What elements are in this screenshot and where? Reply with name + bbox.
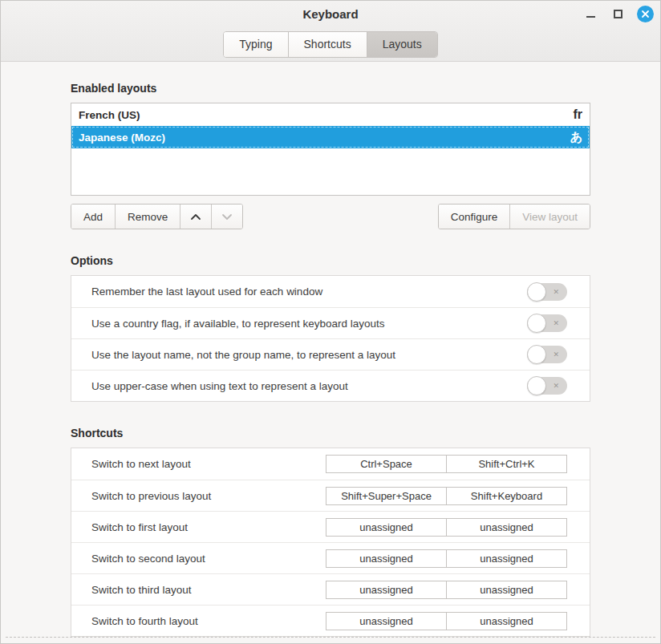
layout-row-japanese[interactable]: Japanese (Mozc) あ xyxy=(71,126,590,148)
keybinding-pair: unassigned unassigned xyxy=(326,518,567,537)
shortcuts-frame: Switch to next layout Ctrl+Space Shift+C… xyxy=(71,448,590,637)
layout-name: French (US) xyxy=(79,109,573,121)
toggle-layout-name[interactable]: ✕ xyxy=(527,346,567,363)
shortcut-label: Switch to first layout xyxy=(91,521,326,533)
keybinding-pair: Ctrl+Space Shift+Ctrl+K xyxy=(326,455,567,473)
tab-typing[interactable]: Typing xyxy=(224,32,287,57)
option-row-layout-name: Use the layout name, not the group name,… xyxy=(71,338,590,370)
layout-indicator-glyph: fr xyxy=(573,107,582,122)
configure-button[interactable]: Configure xyxy=(439,205,510,229)
toggle-country-flag[interactable]: ✕ xyxy=(527,314,567,332)
minimize-button[interactable] xyxy=(582,6,598,22)
chevron-down-icon xyxy=(221,213,233,221)
titlebar: Keyboard xyxy=(1,1,660,26)
option-label: Use the layout name, not the group name,… xyxy=(91,349,527,361)
header: Keyboard Typing Shortcuts Layouts xyxy=(1,1,660,62)
tab-layouts[interactable]: Layouts xyxy=(367,32,437,57)
tabs-row: Typing Shortcuts Layouts xyxy=(1,31,660,58)
tab-shortcuts[interactable]: Shortcuts xyxy=(288,32,367,57)
layout-indicator-glyph: あ xyxy=(570,130,582,145)
remove-button[interactable]: Remove xyxy=(115,205,180,229)
keybinding-button[interactable]: unassigned xyxy=(446,612,567,630)
toggle-knob xyxy=(527,314,546,333)
enabled-layouts-heading: Enabled layouts xyxy=(71,82,590,95)
keybinding-pair: unassigned unassigned xyxy=(326,612,567,630)
options-heading: Options xyxy=(71,254,590,267)
maximize-icon xyxy=(614,10,622,18)
window-title: Keyboard xyxy=(1,7,660,21)
add-button[interactable]: Add xyxy=(71,205,115,229)
option-label: Remember the last layout used for each w… xyxy=(91,286,527,298)
shortcut-row-third-layout: Switch to third layout unassigned unassi… xyxy=(71,573,590,605)
enabled-layouts-list: French (US) fr Japanese (Mozc) あ xyxy=(71,103,590,196)
keybinding-button[interactable]: unassigned xyxy=(446,518,567,537)
keybinding-button[interactable]: Ctrl+Space xyxy=(326,455,447,473)
shortcuts-heading: Shortcuts xyxy=(71,427,590,439)
options-frame: Remember the last layout used for each w… xyxy=(71,275,590,402)
shortcut-label: Switch to fourth layout xyxy=(91,615,326,627)
close-button[interactable] xyxy=(637,6,654,22)
view-layout-button[interactable]: View layout xyxy=(509,205,590,229)
toggle-off-icon: ✕ xyxy=(553,319,559,327)
shortcut-row-previous-layout: Switch to previous layout Shift+Super+Sp… xyxy=(71,480,590,511)
shortcut-row-next-layout: Switch to next layout Ctrl+Space Shift+C… xyxy=(71,448,590,480)
move-down-button[interactable] xyxy=(211,205,242,229)
tab-group: Typing Shortcuts Layouts xyxy=(223,31,437,58)
shortcut-label: Switch to next layout xyxy=(91,458,326,470)
keybinding-button[interactable]: unassigned xyxy=(326,549,447,568)
window-controls xyxy=(582,1,654,26)
configure-buttons-group: Configure View layout xyxy=(438,204,590,229)
shortcut-label: Switch to second layout xyxy=(91,553,326,565)
toggle-off-icon: ✕ xyxy=(553,288,559,296)
option-row-remember-layout: Remember the last layout used for each w… xyxy=(71,276,590,307)
toggle-knob xyxy=(527,376,546,395)
keybinding-pair: unassigned unassigned xyxy=(326,581,567,599)
keybinding-button[interactable]: unassigned xyxy=(326,518,447,537)
toggle-remember-layout[interactable]: ✕ xyxy=(527,283,567,301)
shortcut-row-fourth-layout: Switch to fourth layout unassigned unass… xyxy=(71,605,590,636)
minimize-icon xyxy=(586,16,595,18)
option-row-country-flag: Use a country flag, if available, to rep… xyxy=(71,307,590,338)
move-up-button[interactable] xyxy=(180,205,211,229)
edit-buttons-group: Add Remove xyxy=(71,204,243,229)
keybinding-pair: unassigned unassigned xyxy=(326,549,567,568)
scroll-undershoot-indicator xyxy=(6,637,655,638)
shortcut-row-second-layout: Switch to second layout unassigned unass… xyxy=(71,542,590,573)
toggle-knob xyxy=(527,282,546,302)
toggle-knob xyxy=(527,345,546,364)
toggle-off-icon: ✕ xyxy=(553,382,559,390)
option-label: Use a country flag, if available, to rep… xyxy=(91,318,527,330)
keyboard-settings-window: { "window": { "title": "Keyboard" }, "ta… xyxy=(0,0,661,644)
layout-row-french[interactable]: French (US) fr xyxy=(71,103,590,126)
keybinding-button[interactable]: unassigned xyxy=(446,549,567,568)
layout-list-actions: Add Remove Configure View layout xyxy=(71,204,590,229)
keybinding-button[interactable]: Shift+Ctrl+K xyxy=(446,455,567,473)
keybinding-button[interactable]: unassigned xyxy=(326,581,447,599)
layouts-page: Enabled layouts French (US) fr Japanese … xyxy=(1,82,660,637)
option-label: Use upper-case when using text to repres… xyxy=(91,380,527,392)
shortcut-label: Switch to third layout xyxy=(91,584,326,596)
close-icon xyxy=(641,10,650,18)
toggle-upper-case[interactable]: ✕ xyxy=(527,377,567,395)
toggle-off-icon: ✕ xyxy=(553,350,559,358)
keybinding-button[interactable]: Shift+Keyboard xyxy=(446,487,567,505)
keybinding-button[interactable]: unassigned xyxy=(446,581,567,599)
keybinding-pair: Shift+Super+Space Shift+Keyboard xyxy=(326,487,567,505)
shortcut-label: Switch to previous layout xyxy=(91,490,326,502)
shortcut-row-first-layout: Switch to first layout unassigned unassi… xyxy=(71,511,590,542)
keybinding-button[interactable]: unassigned xyxy=(326,612,447,630)
keybinding-button[interactable]: Shift+Super+Space xyxy=(326,487,447,505)
maximize-button[interactable] xyxy=(610,6,626,22)
option-row-upper-case: Use upper-case when using text to repres… xyxy=(71,370,590,401)
layout-name: Japanese (Mozc) xyxy=(79,132,570,144)
chevron-up-icon xyxy=(190,213,201,221)
